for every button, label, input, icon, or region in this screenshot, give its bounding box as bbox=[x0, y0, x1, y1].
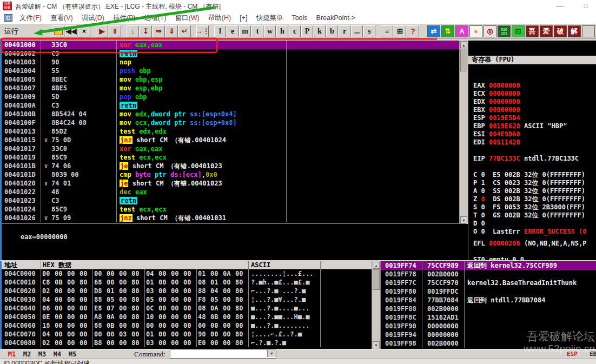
maximize-button[interactable]: □ bbox=[573, 0, 596, 12]
disasm-row[interactable]: 004010078BE5mov esp,ebp bbox=[2, 84, 459, 92]
pause-button[interactable]: ‖ bbox=[109, 25, 121, 37]
menu-item[interactable]: Tools bbox=[287, 14, 312, 22]
register-line[interactable]: EFL 00000206 (NO,NB,NE,A,NS,P bbox=[473, 240, 596, 248]
info-pane[interactable]: eax=00000000 bbox=[2, 223, 466, 260]
disasm-row[interactable]: 0040101385D2test edx,edx bbox=[2, 127, 459, 136]
stack-row[interactable]: 0019FF8C15162AD1 bbox=[381, 313, 596, 322]
register-line[interactable]: ESP 0019E5D4 bbox=[473, 114, 596, 122]
register-line[interactable]: EIP 77BC133C ntdll.77BC133C bbox=[473, 155, 596, 163]
animate-into-button[interactable]: ⇒ bbox=[153, 25, 165, 37]
step-into-button[interactable]: ↓ bbox=[127, 25, 139, 37]
disasm-row[interactable]: 0040101733C0xor eax,eax bbox=[2, 144, 459, 153]
stack-row[interactable]: 0019FF800019FFDC bbox=[381, 287, 596, 296]
view-call-stack-button[interactable]: k bbox=[314, 25, 326, 37]
updown-plugin-button[interactable]: ⇅ bbox=[441, 25, 454, 37]
dump-row[interactable]: 004C006018000000880B00800000000000000000… bbox=[2, 321, 372, 330]
menu-item[interactable]: 插件(P) bbox=[109, 14, 140, 23]
disasm-row[interactable]: 0040101D8039 00cmp byte ptr ds:[ecx],0x0 bbox=[2, 170, 459, 179]
logging-options-button[interactable]: ≡ bbox=[381, 25, 393, 37]
view-executables-button[interactable]: e bbox=[227, 25, 239, 37]
scroll-down-icon[interactable]: ▼ bbox=[460, 216, 467, 223]
scroll-up-icon[interactable]: ▲ bbox=[460, 41, 467, 48]
scroll-up-icon[interactable]: ▲ bbox=[373, 262, 380, 269]
help-button[interactable]: ? bbox=[407, 25, 419, 37]
stack-row[interactable]: 0019FF9400000000 bbox=[381, 330, 596, 339]
view-memory-button[interactable]: m bbox=[239, 25, 251, 37]
stack-row[interactable]: 0019FF78002B0000 bbox=[381, 270, 596, 279]
swap-plugin-button[interactable]: ⇄ bbox=[427, 25, 440, 37]
ebp-button[interactable]: EBP bbox=[590, 350, 596, 358]
animate-over-button[interactable]: ⇓ bbox=[165, 25, 178, 37]
binary-plugin-button[interactable]: 010 101 bbox=[498, 25, 511, 37]
stack-row[interactable]: 0019FF9000000000 bbox=[381, 322, 596, 330]
brand-po-button[interactable]: 破 bbox=[554, 25, 567, 37]
view-threads-button[interactable]: t bbox=[251, 25, 263, 37]
view-cpu-button[interactable]: c bbox=[289, 25, 301, 37]
register-line[interactable]: ECX 00000000 bbox=[473, 90, 596, 98]
scroll-down-icon[interactable]: ▼ bbox=[373, 341, 380, 348]
brand-wu-button[interactable]: 吾 bbox=[526, 25, 539, 37]
dump-row[interactable]: 004C0010C80B0080680000800100000008010080… bbox=[2, 278, 372, 287]
brand-ai-button[interactable]: 爱 bbox=[540, 25, 553, 37]
disassembly-pane[interactable]: 0040100033C0xor eax,eax00401002C3retn004… bbox=[2, 41, 459, 224]
disassembly-scrollbar[interactable]: ▲ ▼ bbox=[459, 41, 468, 224]
scrollbar-thumb[interactable] bbox=[373, 269, 380, 290]
dump-pane[interactable]: 004C000000000000000000000400000001000A00… bbox=[2, 269, 372, 349]
register-line[interactable]: C 0 ES 002B 32位 0(FFFFFFFF) bbox=[473, 171, 596, 179]
olly-ball-plugin-button[interactable]: ● bbox=[469, 25, 482, 37]
register-line[interactable]: EBP 0019E628 ASCII "HBP" bbox=[473, 122, 596, 130]
register-line[interactable]: S 0 FS 0053 32位 2B3000(FFF) bbox=[473, 203, 596, 211]
minimize-button[interactable]: — bbox=[547, 0, 572, 12]
view-patches-button[interactable]: P bbox=[301, 25, 313, 37]
view-breakpoints-button[interactable]: b bbox=[326, 25, 338, 37]
register-line[interactable]: O 0 LastErr ERROR_SUCCESS (0 bbox=[473, 228, 596, 236]
open-file-button[interactable] bbox=[52, 25, 64, 37]
brand-jie-button[interactable]: 解 bbox=[568, 25, 581, 37]
chevron-down-icon[interactable]: ▼ bbox=[267, 350, 276, 357]
dump-scrollbar[interactable]: ▲ ▼ bbox=[372, 261, 380, 349]
step-over-button[interactable]: ↧ bbox=[140, 25, 152, 37]
disasm-row[interactable]: 00401020∨74 01je short CM （有错.00401023 bbox=[2, 179, 459, 188]
view-windows-button[interactable]: w bbox=[264, 25, 276, 37]
view-handles-button[interactable]: h bbox=[276, 25, 288, 37]
register-line[interactable]: D 0 bbox=[473, 220, 596, 228]
dump-row[interactable]: 004C0030040000008805008005000000F8050080… bbox=[2, 295, 372, 304]
register-line[interactable]: ESI 004E9DA0 bbox=[473, 130, 596, 138]
window-plugin-button[interactable]: ⊡ bbox=[512, 25, 525, 37]
register-line[interactable]: A 0 SS 002B 32位 0(FFFFFFFF) bbox=[473, 187, 596, 195]
scrollbar-thumb[interactable] bbox=[460, 49, 467, 71]
register-line[interactable]: EAX 00000000 bbox=[473, 82, 596, 90]
disasm-row[interactable]: 0040100455push ebp bbox=[2, 67, 459, 75]
disasm-row[interactable]: 0040100AC3retn bbox=[2, 101, 459, 110]
disasm-row[interactable]: 00401015∨75 0Djnz short CM （有错.00401024 bbox=[2, 136, 459, 144]
menu-item[interactable]: [+] bbox=[235, 14, 251, 22]
execute-till-user-code-button[interactable]: →⋮ bbox=[196, 25, 209, 37]
register-line[interactable]: P 1 CS 0023 32位 0(FFFFFFFF) bbox=[473, 179, 596, 187]
disasm-row[interactable]: 0040100F8B4C24 08mov ecx,dword ptr ss:[e… bbox=[2, 118, 459, 127]
view-references-button[interactable]: r bbox=[339, 25, 350, 37]
analyze-plugin-button[interactable]: A bbox=[455, 25, 468, 37]
menu-item[interactable]: 帮助(H) bbox=[204, 14, 235, 23]
mark-button-m1[interactable]: M1 bbox=[4, 350, 19, 358]
register-line[interactable]: EDX 00000000 bbox=[473, 98, 596, 106]
mdi-child-icon[interactable]: C bbox=[4, 14, 12, 22]
esp-button[interactable]: ESP bbox=[567, 350, 578, 358]
disasm-row[interactable]: 00401026∨75 09jnz short CM （有错.00401031 bbox=[2, 214, 459, 222]
menu-item[interactable]: 文件(F) bbox=[15, 14, 46, 23]
disasm-row[interactable]: 0040100033C0xor eax,eax bbox=[2, 41, 459, 49]
stack-row[interactable]: 0019FF7475CCF989返回到 kernel32.75CCF989 bbox=[381, 261, 596, 270]
registers-pane[interactable]: 寄存器 (FPU) EAX 00000000ECX 00000000EDX 00… bbox=[468, 41, 596, 260]
view-source-button[interactable]: s bbox=[363, 25, 375, 37]
menu-item[interactable]: 选项(T) bbox=[140, 14, 171, 23]
command-input[interactable]: ▼ bbox=[170, 349, 276, 359]
disasm-row[interactable]: 0040101B∨74 06je short CM （有错.00401023 bbox=[2, 162, 459, 170]
stack-row[interactable]: 0019FF98002B0000 bbox=[381, 339, 596, 348]
disasm-row[interactable]: 0040100B8B5424 04mov edx,dword ptr ss:[e… bbox=[2, 110, 459, 118]
disasm-row[interactable]: 004010095Dpop ebp bbox=[2, 92, 459, 101]
disasm-row[interactable]: 0040102485C9test ecx,ecx bbox=[2, 205, 459, 214]
dump-row[interactable]: 004C008002000000B800008003000000E0000080… bbox=[2, 339, 372, 347]
menu-item[interactable]: 窗口(W) bbox=[171, 14, 204, 23]
mark-button-m3[interactable]: M3 bbox=[35, 350, 50, 358]
register-line[interactable]: EDI 00511428 bbox=[473, 138, 596, 147]
menu-item[interactable]: BreakPoint-> bbox=[312, 14, 360, 22]
